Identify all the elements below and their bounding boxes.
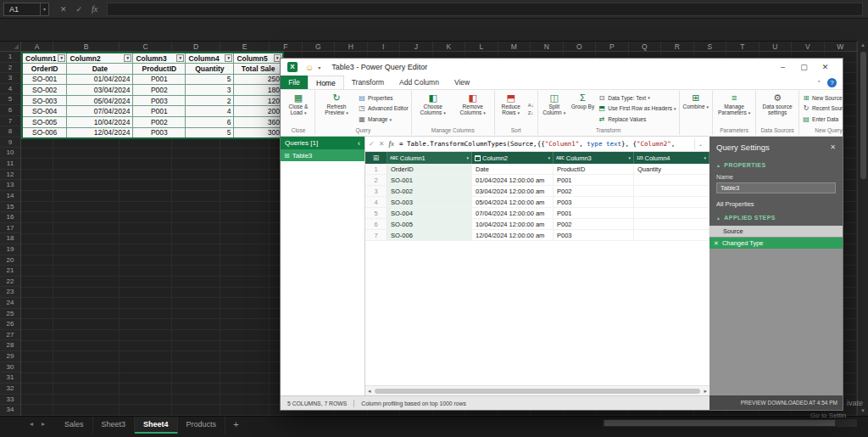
ribbon-button-data-type-text[interactable]: ⊡Data Type: Text▾ <box>598 93 676 103</box>
ribbon-button-advanced-editor[interactable]: ◳Advanced Editor <box>358 104 409 113</box>
filter-dropdown-icon[interactable]: ▾ <box>466 155 469 160</box>
fx-icon[interactable]: fx <box>92 4 97 14</box>
row-header-5[interactable]: 5 <box>0 94 20 105</box>
pq-cell[interactable]: 12/04/2024 12:00:00 am <box>472 230 554 241</box>
pq-cell[interactable] <box>634 219 709 230</box>
column-header-g[interactable]: G <box>303 42 336 51</box>
data-cell[interactable]: 5 <box>186 74 234 85</box>
row-header-20[interactable]: 20 <box>0 255 20 266</box>
check-icon[interactable]: ✓ <box>76 5 83 14</box>
filter-header-cell[interactable]: Column4▾ <box>186 53 234 64</box>
pq-row-number[interactable]: 7 <box>365 230 387 241</box>
formula-text[interactable]: = Table.TransformColumnTypes(Source,{{"C… <box>399 137 694 152</box>
menu-tab-home[interactable]: Home <box>308 76 344 89</box>
column-header-r[interactable]: R <box>661 42 694 51</box>
ribbon-button-use-first-row-as-headers[interactable]: ⬒Use First Row as Headers▾ <box>598 104 676 113</box>
row-header-6[interactable]: 6 <box>0 105 20 116</box>
filter-dropdown-icon[interactable]: ▾ <box>225 54 232 62</box>
column-header-m[interactable]: M <box>498 42 531 51</box>
pq-cell[interactable]: P001 <box>554 175 634 186</box>
data-cell[interactable]: 250 <box>234 74 283 85</box>
pq-cell[interactable]: P001 <box>554 208 634 219</box>
row-header-17[interactable]: 17 <box>0 223 20 234</box>
pq-cell[interactable] <box>634 186 709 197</box>
data-cell[interactable]: 180 <box>234 85 283 96</box>
data-cell[interactable]: SO-004 <box>22 106 67 117</box>
filter-dropdown-icon[interactable]: ▾ <box>704 155 706 160</box>
data-cell[interactable]: 07/04/2024 <box>67 106 133 117</box>
column-header-b[interactable]: B <box>53 42 120 51</box>
ribbon-button-remove-columns[interactable]: ◧Remove Columns▾ <box>453 91 492 126</box>
properties-section-header[interactable]: ▲ PROPERTIES <box>709 157 843 171</box>
name-box[interactable]: A1 ▾ <box>3 3 49 16</box>
ribbon-button-recent-sources[interactable]: ↻Recent Sources▾ <box>802 104 843 113</box>
data-cell[interactable]: 4 <box>186 106 234 117</box>
data-cell[interactable]: 10/04/2024 <box>67 117 133 128</box>
row-header-34[interactable]: 34 <box>0 405 20 416</box>
filter-header-cell[interactable]: Column3▾ <box>133 53 186 64</box>
ribbon-button-choose-columns[interactable]: ◧Choose Columns▾ <box>414 91 453 126</box>
row-header-30[interactable]: 30 <box>0 362 20 373</box>
row-header-8[interactable]: 8 <box>0 126 20 137</box>
data-cell[interactable]: 300 <box>234 127 283 138</box>
ribbon-button-properties[interactable]: ▤Properties <box>358 93 409 103</box>
select-all-corner[interactable] <box>0 42 21 51</box>
pq-cell[interactable]: P003 <box>554 230 634 241</box>
row-header-27[interactable]: 27 <box>0 330 20 341</box>
ribbon-button-reduce-rows[interactable]: ⬒Reduce Rows▾ <box>497 91 526 126</box>
column-header-e[interactable]: E <box>220 42 270 51</box>
scroll-right-icon[interactable]: ▸ <box>704 388 707 395</box>
scrollbar-thumb[interactable] <box>860 52 866 179</box>
pq-cell[interactable]: P002 <box>554 219 634 230</box>
query-name-input[interactable]: Table3 <box>716 182 836 193</box>
ribbon-button-manage-parameters[interactable]: ≡Manage Parameters▾ <box>715 91 754 126</box>
column-header-h[interactable]: H <box>335 42 368 51</box>
data-cell[interactable]: P001 <box>133 74 186 85</box>
filter-dropdown-icon[interactable]: ▾ <box>176 54 184 62</box>
data-cell[interactable]: P002 <box>133 85 186 96</box>
data-cell[interactable]: P003 <box>133 95 186 106</box>
row-header-13[interactable]: 13 <box>0 180 20 191</box>
column-header-v[interactable]: V <box>792 42 825 51</box>
data-cell[interactable]: SO-005 <box>22 117 67 128</box>
pq-column-header-column1[interactable]: ABCColumn1▾ <box>387 152 472 164</box>
pq-cell[interactable] <box>634 230 709 241</box>
ribbon-button-close-load[interactable]: ▦Close & Load▾ <box>284 91 313 126</box>
header-cell[interactable]: Quantity <box>186 64 234 75</box>
pq-cell[interactable]: 03/04/2024 12:00:00 am <box>472 186 554 197</box>
status-profiling[interactable]: Column profiling based on top 1000 rows <box>361 401 466 406</box>
ribbon-button-new-source[interactable]: ⊞New Source▾ <box>802 93 843 103</box>
data-cell[interactable]: P003 <box>133 127 186 138</box>
row-header-29[interactable]: 29 <box>0 351 20 362</box>
column-header-w[interactable]: W <box>825 42 858 51</box>
pq-cell[interactable]: SO-002 <box>387 186 472 197</box>
pq-cell[interactable]: P003 <box>554 197 634 208</box>
all-properties-link[interactable]: All Properties <box>709 193 843 210</box>
data-cell[interactable]: SO-002 <box>22 85 67 96</box>
pq-cell[interactable]: P002 <box>554 186 634 197</box>
header-cell[interactable]: ProductID <box>133 64 186 75</box>
chevron-down-icon[interactable]: ▾ <box>318 64 320 70</box>
data-cell[interactable]: P001 <box>133 106 186 117</box>
column-header-p[interactable]: P <box>596 42 629 51</box>
pq-row-number[interactable]: 6 <box>365 219 387 230</box>
row-header-18[interactable]: 18 <box>0 233 20 244</box>
cancel-icon[interactable]: ✕ <box>379 140 385 148</box>
row-header-7[interactable]: 7 <box>0 116 20 127</box>
pq-row-number[interactable]: 3 <box>365 186 387 197</box>
scroll-down-icon[interactable]: ▼ <box>860 406 865 416</box>
row-header-25[interactable]: 25 <box>0 309 20 320</box>
filter-header-cell[interactable]: Column2▾ <box>67 53 133 64</box>
pq-cell[interactable] <box>634 208 709 219</box>
query-item-table3[interactable]: ⊞Table3 <box>281 149 364 161</box>
header-cell[interactable]: Total Sale <box>234 64 283 75</box>
row-header-33[interactable]: 33 <box>0 395 20 406</box>
sheet-nav-left-icon[interactable]: ◂ <box>25 417 37 432</box>
scrollbar-thumb[interactable] <box>375 389 701 394</box>
row-header-15[interactable]: 15 <box>0 202 20 213</box>
column-header-t[interactable]: T <box>726 42 760 51</box>
data-cell[interactable]: 360 <box>234 117 283 128</box>
pq-cell[interactable]: SO-001 <box>387 175 472 186</box>
maximize-button[interactable]: ▢ <box>793 59 815 76</box>
scrollbar-thumb[interactable] <box>604 420 835 426</box>
